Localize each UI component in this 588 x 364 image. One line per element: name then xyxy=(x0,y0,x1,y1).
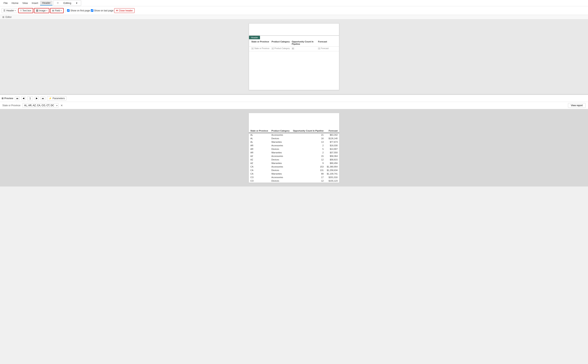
show-last-page-label: Show on last page xyxy=(94,9,114,12)
table-cell-1-2: 16 xyxy=(291,137,325,140)
col-header-forecast: Forecast xyxy=(317,40,337,46)
table-cell-12-3: $201,016 xyxy=(325,176,339,179)
table-cell-9-3: $1,380,954 xyxy=(325,165,339,169)
header-tab: Header xyxy=(249,36,260,39)
editing-badge[interactable]: ✏ Editing ▾ xyxy=(53,0,81,6)
show-first-page-input[interactable] xyxy=(67,9,70,12)
nav-prev-btn[interactable]: ◀ xyxy=(21,96,26,100)
table-cell-8-3: $90,456 xyxy=(325,161,339,165)
table-cell-3-0: AR xyxy=(249,144,270,147)
table-cell-0-1: Accessories xyxy=(270,133,291,137)
textbox-button[interactable]: T Text box xyxy=(18,8,33,13)
header-icon: ☰ xyxy=(3,9,6,12)
table-cell-7-1: Devices xyxy=(270,158,291,161)
page-top-space xyxy=(249,24,339,35)
editor-area: Header State or Province Product Categor… xyxy=(0,20,588,94)
table-cell-9-0: CA xyxy=(249,165,270,169)
table-cell-7-2: 12 xyxy=(291,158,325,161)
table-cell-10-2: 131 xyxy=(291,169,325,172)
textbox-icon: T xyxy=(20,9,22,12)
header-dropdown-arrow[interactable]: ▾ xyxy=(15,10,16,12)
th-product: Product Category xyxy=(270,129,291,133)
table-row: COAccessories17$201,016 xyxy=(249,176,339,179)
field-icon-product: ≡ xyxy=(272,47,274,50)
image-dropdown-arrow[interactable]: ▾ xyxy=(46,10,47,12)
page-bottom-space xyxy=(249,51,339,67)
header-columns: State or Province Product Category Oppor… xyxy=(249,39,339,46)
table-cell-0-0: AL xyxy=(249,133,270,137)
col-header-opportunity: Opportunity Count In Pipeline xyxy=(291,40,317,46)
table-cell-11-1: Warranties xyxy=(270,172,291,176)
menu-view[interactable]: View xyxy=(20,1,30,5)
menu-file[interactable]: File xyxy=(2,1,10,5)
field-icon-state: ≡ xyxy=(251,47,254,50)
table-row: AZWarranties9$90,456 xyxy=(249,161,339,165)
editor-section-title: ⊞ Editor xyxy=(0,15,588,20)
table-cell-11-2: 88 xyxy=(291,172,325,176)
table-cell-4-3: $14,907 xyxy=(325,147,339,151)
menu-home[interactable]: Home xyxy=(10,1,20,5)
table-cell-6-1: Accessories xyxy=(270,154,291,158)
table-row: CODevices12$155,123 xyxy=(249,179,339,182)
parameters-button[interactable]: ⚡ Parameters xyxy=(47,96,67,101)
menu-insert[interactable]: Insert xyxy=(30,1,40,5)
field-icon-opportunity: ⊞ xyxy=(292,47,294,50)
param-clear-btn[interactable]: ✕ xyxy=(60,104,63,107)
table-cell-2-0: AL xyxy=(249,140,270,144)
header-section[interactable]: Header State or Province Product Categor… xyxy=(249,35,339,51)
table-cell-11-3: $1,109,741 xyxy=(325,172,339,176)
data-cell-opportunity: ⊞ xyxy=(291,47,317,50)
table-cell-11-0: CA xyxy=(249,172,270,176)
table-cell-7-3: $58,815 xyxy=(325,158,339,161)
page-number-input[interactable] xyxy=(27,96,33,100)
table-row: ALWarranties13$77,673 xyxy=(249,140,339,144)
close-header-button[interactable]: ✕ Close header xyxy=(114,8,134,13)
col-header-state: State or Province xyxy=(251,40,271,46)
table-cell-2-2: 13 xyxy=(291,140,325,144)
param-select[interactable]: AL, AR, AZ, CA, CO, CT, DC xyxy=(22,103,59,108)
show-first-page-check[interactable]: Show on first page xyxy=(67,9,90,12)
report-page: State or Province Product Category Oppor… xyxy=(249,113,339,182)
image-button[interactable]: 🖼 Image ▾ xyxy=(34,8,49,13)
params-label: Parameters xyxy=(53,97,65,100)
view-report-button[interactable]: View report xyxy=(568,103,586,108)
table-row: ARAccessories2$16,030 xyxy=(249,144,339,147)
table-row: ARWarranties2$37,550 xyxy=(249,151,339,154)
table-cell-13-0: CO xyxy=(249,179,270,182)
nav-last-btn[interactable]: ⏭ xyxy=(40,97,45,100)
preview-content: State or Province Product Category Oppor… xyxy=(0,109,588,187)
nav-next-btn[interactable]: ▶ xyxy=(35,96,39,100)
editing-dropdown-arrow[interactable]: ▾ xyxy=(74,1,79,5)
table-cell-5-0: AR xyxy=(249,151,270,154)
field-button[interactable]: ⊞ Field ▾ xyxy=(50,8,64,13)
th-forecast: Forecast xyxy=(325,129,339,133)
table-cell-3-3: $16,030 xyxy=(325,144,339,147)
field-dropdown-arrow[interactable]: ▾ xyxy=(61,10,62,12)
param-select-wrap: AL, AR, AZ, CA, CO, CT, DC xyxy=(22,103,59,108)
preview-label: ⊞ Preview xyxy=(2,97,13,100)
report-header-space xyxy=(249,113,339,129)
show-last-page-check[interactable]: Show on last page xyxy=(91,9,114,12)
header-button[interactable]: ☰ Header ▾ xyxy=(2,8,18,13)
textbox-btn-label: Text box xyxy=(22,9,31,12)
table-row: CADevices131$1,258,634 xyxy=(249,169,339,172)
table-cell-5-1: Warranties xyxy=(270,151,291,154)
field-btn-label: Field xyxy=(55,9,60,12)
table-cell-2-3: $77,673 xyxy=(325,140,339,144)
image-icon: 🖼 xyxy=(36,9,38,12)
show-last-page-input[interactable] xyxy=(91,9,93,12)
table-cell-0-3: $63,342 xyxy=(325,133,339,137)
menu-bar: File Home View Insert Header ✏ Editing ▾ xyxy=(0,0,588,6)
menu-header[interactable]: Header xyxy=(40,0,53,6)
table-cell-4-2: 5 xyxy=(291,147,325,151)
field-product-label: Product Category xyxy=(274,47,290,50)
editor-label: Editor xyxy=(6,16,12,19)
close-header-label: Close header xyxy=(119,9,133,12)
nav-first-btn[interactable]: ⏮ xyxy=(15,97,20,100)
data-cell-forecast: ≡ Forecast xyxy=(317,47,337,50)
table-cell-13-3: $155,123 xyxy=(325,179,339,182)
th-opportunity: Opportunity Count In Pipeline xyxy=(291,129,325,133)
table-cell-9-1: Accessories xyxy=(270,165,291,169)
preview-bar: ⊞ Preview ⏮ ◀ ▶ ⏭ ⚡ Parameters xyxy=(0,95,588,102)
table-cell-6-0: AZ xyxy=(249,154,270,158)
